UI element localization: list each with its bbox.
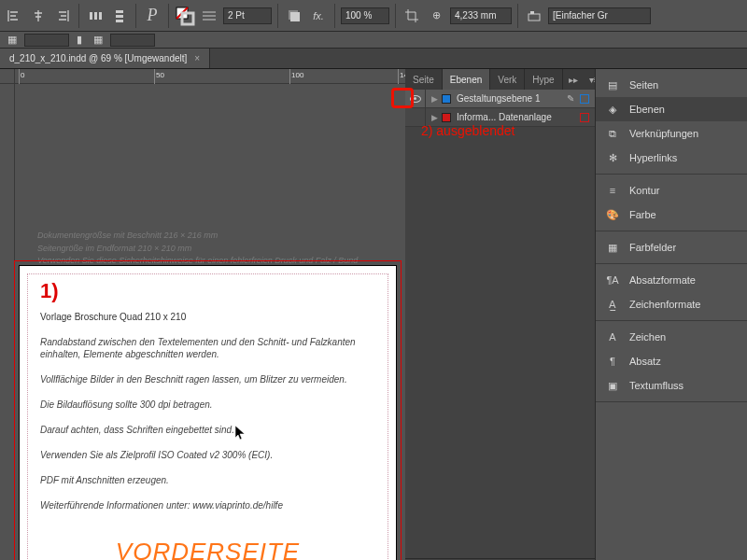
stroke-weight-input[interactable]: [223, 7, 272, 24]
control-bar: P fx. ⊕: [0, 0, 747, 32]
disclosure-icon[interactable]: ▶: [431, 94, 438, 104]
document-tabs: d_210_x_210.indd @ 69 % [Umgewandelt] ×: [0, 49, 747, 69]
stroke-icon: ≡: [605, 183, 620, 198]
distribute-h-icon[interactable]: [85, 6, 106, 26]
disclosure-icon[interactable]: ▶: [431, 113, 438, 122]
paragraph-mode-icon[interactable]: P: [142, 6, 162, 26]
doc-paragraph: Vollflächige Bilder in den Beschnitt rag…: [40, 373, 383, 385]
fill-stroke-icon[interactable]: [175, 6, 195, 26]
char-icon: A: [605, 329, 620, 344]
object-style-select[interactable]: [548, 7, 651, 24]
layers-icon: ◈: [605, 102, 620, 117]
panel-item-color[interactable]: 🎨Farbe: [596, 203, 747, 227]
close-icon[interactable]: ×: [194, 53, 200, 63]
crop-icon[interactable]: [402, 6, 422, 26]
svg-rect-2: [99, 12, 102, 20]
panel-item-hyperlink[interactable]: ✻Hyperlinks: [596, 146, 747, 170]
pages-icon: ▤: [605, 77, 620, 92]
align-left-icon[interactable]: [4, 6, 24, 26]
fx-text-icon[interactable]: fx.: [308, 6, 329, 26]
align-right-icon[interactable]: [52, 6, 73, 26]
ruler-tick-label: 140: [400, 71, 405, 79]
layer-name: Gestaltungsebene 1: [457, 93, 541, 104]
annotation-label: 2) ausgeblendet: [421, 123, 514, 138]
ruler-tick-label: 50: [156, 71, 164, 79]
panel-item-char[interactable]: AZeichen: [596, 325, 747, 349]
hyperlink-icon: ✻: [605, 150, 620, 165]
links-icon: ⧉: [605, 126, 620, 141]
annotation-marker-1: 1): [40, 279, 383, 303]
panel-group: ≡Kontur🎨Farbe: [596, 175, 747, 231]
panel-item-layers[interactable]: ◈Ebenen: [596, 97, 747, 121]
svg-rect-3: [116, 10, 123, 13]
svg-rect-11: [529, 14, 540, 21]
svg-rect-5: [116, 20, 123, 22]
collapse-icon[interactable]: ▸▸: [563, 69, 584, 90]
ruler-tick-label: 0: [21, 71, 24, 79]
styles-icon[interactable]: [524, 6, 544, 26]
divider-icon: ▮: [73, 34, 86, 47]
panel-item-label: Zeichen: [629, 331, 666, 343]
svg-rect-4: [116, 15, 123, 18]
panel-item-stroke[interactable]: ≡Kontur: [596, 178, 747, 203]
zoom-input[interactable]: [341, 7, 389, 24]
document-page[interactable]: 1) Vorlage Broschure Quad 210 x 210 Rand…: [19, 265, 397, 560]
document-content: 1) Vorlage Broschure Quad 210 x 210 Rand…: [40, 279, 383, 525]
svg-rect-1: [94, 12, 97, 20]
tab-hyperlinks[interactable]: Hype: [525, 69, 562, 90]
panel-group: AZeichen¶Absatz▣Textumfluss: [596, 321, 747, 402]
field-1[interactable]: [24, 34, 69, 47]
panel-item-links[interactable]: ⧉Verknüpfungen: [596, 121, 747, 146]
document-tab[interactable]: d_210_x_210.indd @ 69 % [Umgewandelt] ×: [0, 49, 210, 68]
panel-item-label: Textumfluss: [629, 380, 684, 391]
panel-item-pages[interactable]: ▤Seiten: [596, 73, 747, 97]
panel-item-para[interactable]: ¶Absatz: [596, 349, 747, 373]
panel-item-label: Verknüpfungen: [629, 128, 698, 139]
tab-links[interactable]: Verk: [490, 69, 525, 90]
target-icon[interactable]: [580, 94, 589, 104]
panel-item-label: Absatzformate: [629, 274, 696, 286]
layer-color-swatch: [442, 94, 451, 104]
eye-icon: [410, 95, 421, 103]
panel-item-para-styles[interactable]: ¶AAbsatzformate: [596, 268, 747, 292]
field-2[interactable]: [110, 34, 155, 47]
doc-title: Vorlage Broschure Quad 210 x 210: [40, 311, 383, 323]
target-icon[interactable]: [580, 113, 589, 122]
grid2-icon[interactable]: ▦: [90, 34, 106, 47]
panel-item-textwrap[interactable]: ▣Textumfluss: [596, 373, 747, 398]
doc-paragraph: Verwenden Sie als Zielprofil ISO Coated …: [40, 449, 383, 461]
tab-layers[interactable]: Ebenen: [443, 69, 490, 90]
page-label-front: VORDERSEITE: [20, 538, 396, 560]
canvas[interactable]: 0 50 100 140 Dokumentengrößse mit Beschn…: [0, 69, 405, 560]
doc-paragraph: PDF mit Anschnitten erzeugen.: [40, 474, 383, 486]
textwrap-icon: ▣: [605, 378, 620, 393]
ruler-corner: [0, 69, 15, 84]
para-styles-icon: ¶A: [605, 273, 620, 287]
layer-name: Informa... Datenanlage: [457, 112, 552, 122]
panel-item-char-styles[interactable]: A̲Zeichenformate: [596, 292, 747, 316]
visibility-toggle[interactable]: [405, 90, 426, 107]
doc-paragraph: Die Bildauflösung sollte 300 dpi betrage…: [40, 399, 383, 411]
swatches-icon: ▦: [605, 240, 620, 255]
grid-icon[interactable]: ▦: [4, 34, 21, 47]
meta-line: Seitengröße im Endformat 210 × 210 mm: [37, 243, 358, 256]
stroke-weight-icon[interactable]: [199, 6, 219, 26]
layer-row[interactable]: ▶ Gestaltungsebene 1 ✎: [405, 90, 595, 108]
effects-icon[interactable]: [284, 6, 304, 26]
distribute-v-icon[interactable]: [109, 6, 130, 26]
panel-item-label: Farbfelder: [629, 242, 676, 253]
document-tab-title: d_210_x_210.indd @ 69 % [Umgewandelt]: [9, 53, 187, 63]
meta-line: Dokumentengrößse mit Beschnitt 216 × 216…: [37, 230, 358, 243]
measure-icon[interactable]: ⊕: [426, 6, 446, 26]
ruler-horizontal: 0 50 100 140: [0, 69, 405, 84]
align-center-icon[interactable]: [28, 6, 49, 26]
panel-item-label: Hyperlinks: [629, 152, 677, 163]
panel-item-label: Zeichenformate: [629, 299, 700, 310]
panel-item-swatches[interactable]: ▦Farbfelder: [596, 235, 747, 259]
layer-color-swatch: [442, 113, 451, 122]
panel-group: ▦Farbfelder: [596, 231, 747, 264]
doc-paragraph: Darauf achten, dass Schriften eingebette…: [40, 424, 383, 436]
offset-input[interactable]: [450, 7, 512, 24]
pen-icon[interactable]: ✎: [567, 93, 574, 104]
tab-pages[interactable]: Seite: [405, 69, 443, 90]
